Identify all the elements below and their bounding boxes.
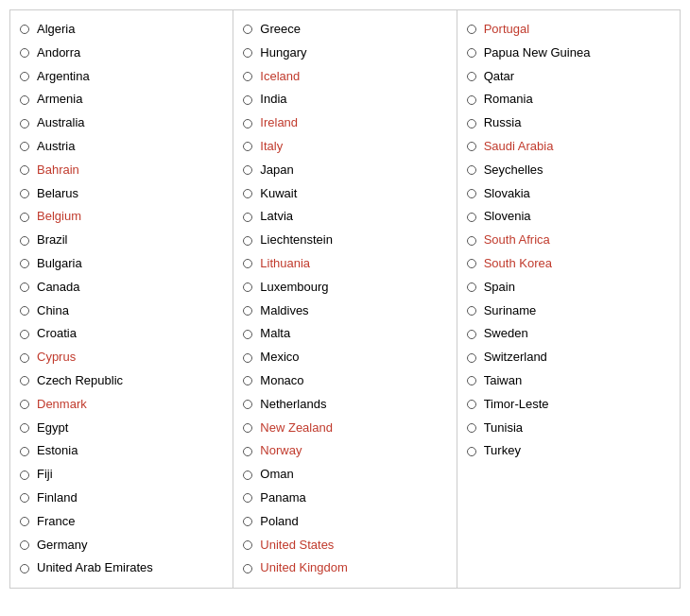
list-item: Romania	[467, 88, 670, 111]
bullet-icon	[467, 282, 476, 292]
list-item: Oman	[243, 463, 446, 487]
country-name: Luxembourg	[260, 278, 328, 298]
country-name: Belarus	[37, 184, 78, 204]
country-link[interactable]: Iceland	[260, 69, 300, 83]
country-link[interactable]: Saudi Arabia	[484, 139, 554, 153]
country-name[interactable]: Saudi Arabia	[484, 137, 554, 157]
country-name: Australia	[37, 113, 85, 133]
country-link[interactable]: South Africa	[484, 232, 550, 247]
country-name[interactable]: Italy	[260, 137, 283, 157]
country-name[interactable]: South Africa	[484, 231, 550, 250]
list-item: Australia	[20, 111, 223, 135]
bullet-icon	[20, 447, 29, 456]
list-item: Norway	[243, 439, 446, 463]
bullet-icon	[243, 517, 252, 526]
country-name: Romania	[484, 90, 533, 110]
bullet-icon	[243, 540, 252, 550]
country-name[interactable]: Norway	[260, 441, 302, 461]
list-item: Seychelles	[467, 159, 670, 182]
list-item: Greece	[243, 18, 446, 42]
country-link[interactable]: Cyprus	[37, 350, 76, 364]
country-name: Argentina	[37, 67, 90, 87]
list-item: Cyprus	[20, 346, 223, 369]
bullet-icon	[243, 282, 252, 292]
list-item: Suriname	[467, 299, 670, 323]
country-link[interactable]: Norway	[260, 443, 302, 457]
column-3: PortugalPapua New GuineaQatarRomaniaRuss…	[457, 10, 680, 588]
country-link[interactable]: New Zealand	[260, 420, 333, 435]
bullet-icon	[20, 48, 29, 58]
list-item: Taiwan	[467, 369, 670, 393]
country-link[interactable]: United States	[260, 538, 334, 552]
list-item: Maldives	[243, 299, 446, 323]
list-item: Slovakia	[467, 182, 670, 206]
bullet-icon	[243, 142, 252, 151]
bullet-icon	[243, 423, 252, 433]
country-name: Andorra	[37, 43, 80, 63]
list-item: Liechtenstein	[243, 229, 446, 252]
country-name: India	[260, 90, 286, 110]
country-link[interactable]: United Kingdom	[260, 560, 348, 574]
list-item: China	[20, 299, 223, 323]
country-name: Bulgaria	[37, 254, 82, 274]
list-item: Malta	[243, 322, 446, 346]
country-name[interactable]: Bahrain	[37, 161, 79, 180]
country-name[interactable]: Iceland	[260, 67, 300, 87]
country-name: Poland	[260, 512, 298, 532]
country-name[interactable]: Lithuania	[260, 254, 310, 274]
country-link[interactable]: Italy	[260, 139, 283, 153]
list-item: India	[243, 88, 446, 111]
bullet-icon	[467, 48, 476, 58]
country-name[interactable]: South Korea	[484, 254, 552, 274]
country-link[interactable]: Lithuania	[260, 256, 310, 270]
country-name: Slovenia	[484, 207, 531, 227]
country-link[interactable]: Denmark	[37, 397, 87, 411]
country-link[interactable]: Ireland	[260, 115, 298, 129]
country-name[interactable]: Belgium	[37, 207, 81, 227]
bullet-icon	[20, 95, 29, 105]
list-item: Iceland	[243, 65, 446, 89]
country-name: Armenia	[37, 90, 82, 110]
country-name[interactable]: Denmark	[37, 395, 87, 415]
country-name: Maldives	[260, 301, 308, 321]
list-item: Brazil	[20, 229, 223, 252]
country-link[interactable]: Belgium	[37, 209, 81, 223]
list-item: Papua New Guinea	[467, 42, 670, 65]
list-item: Croatia	[20, 322, 223, 346]
country-link[interactable]: Portugal	[484, 22, 529, 36]
list-item: Italy	[243, 135, 446, 159]
bullet-icon	[20, 72, 29, 81]
list-item: Lithuania	[243, 252, 446, 276]
bullet-icon	[467, 353, 476, 363]
country-name[interactable]: United Kingdom	[260, 558, 348, 578]
column-1: AlgeriaAndorraArgentinaArmeniaAustraliaA…	[10, 10, 233, 588]
list-item: Estonia	[20, 439, 223, 463]
country-link[interactable]: South Korea	[484, 256, 552, 270]
list-item: Bahrain	[20, 159, 223, 182]
country-name: Fiji	[37, 465, 53, 485]
country-link[interactable]: Bahrain	[37, 163, 79, 177]
bullet-icon	[467, 423, 476, 433]
list-item: United Arab Emirates	[20, 556, 223, 580]
bullet-icon	[243, 306, 252, 316]
list-item: Hungary	[243, 42, 446, 65]
country-name: Russia	[484, 113, 522, 133]
bullet-icon	[467, 25, 476, 34]
bullet-icon	[243, 564, 252, 573]
bullet-icon	[20, 540, 29, 550]
country-name: Taiwan	[484, 371, 522, 391]
country-name: Tunisia	[484, 419, 523, 438]
country-name[interactable]: Cyprus	[37, 348, 76, 368]
bullet-icon	[20, 353, 29, 363]
bullet-icon	[20, 282, 29, 292]
list-item: France	[20, 510, 223, 534]
country-name[interactable]: United States	[260, 536, 334, 556]
list-item: Poland	[243, 510, 446, 534]
list-item: Austria	[20, 135, 223, 159]
country-name: Austria	[37, 137, 75, 157]
country-name[interactable]: New Zealand	[260, 419, 333, 438]
country-name[interactable]: Portugal	[484, 20, 529, 40]
list-item: Japan	[243, 159, 446, 182]
list-item: Monaco	[243, 369, 446, 393]
country-name[interactable]: Ireland	[260, 113, 298, 133]
